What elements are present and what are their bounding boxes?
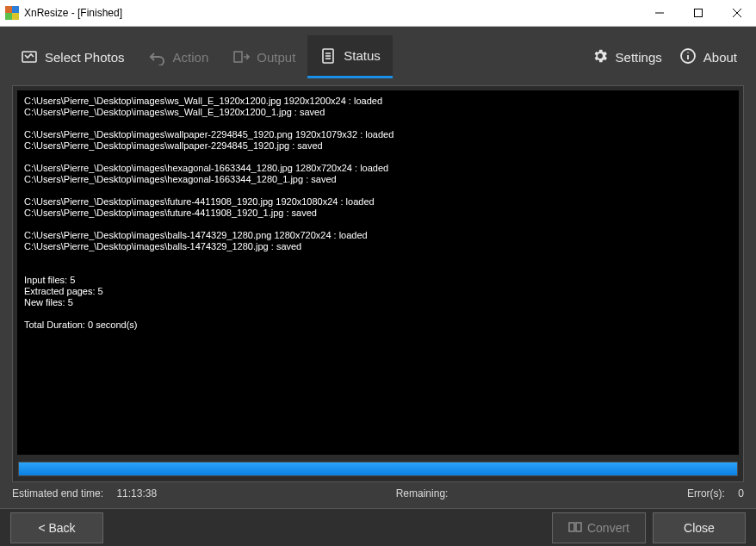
tab-status[interactable]: Status — [307, 35, 393, 78]
svg-rect-5 — [694, 9, 702, 17]
tab-action[interactable]: Action — [137, 35, 221, 78]
log-line: New files: 5 — [24, 297, 732, 308]
errors-label: Error(s): — [687, 487, 725, 499]
log-line: C:\Users\Pierre_\Desktop\images\ws_Wall_… — [24, 96, 732, 107]
log-line: C:\Users\Pierre_\Desktop\images\wallpape… — [24, 129, 732, 140]
log-panel: C:\Users\Pierre_\Desktop\images\ws_Wall_… — [12, 85, 744, 482]
log-line: C:\Users\Pierre_\Desktop\images\future-4… — [24, 208, 732, 219]
tab-label: Output — [257, 50, 295, 65]
back-label: < Back — [38, 521, 75, 535]
svg-rect-9 — [234, 52, 242, 62]
info-icon — [679, 47, 697, 67]
status-bar: Estimated end time: 11:13:38 Remaining: … — [0, 482, 756, 508]
log-line: C:\Users\Pierre_\Desktop\images\ws_Wall_… — [24, 107, 732, 118]
svg-point-16 — [687, 52, 689, 53]
close-button[interactable]: Close — [653, 512, 746, 543]
app-icon — [5, 6, 19, 20]
log-line: C:\Users\Pierre_\Desktop\images\hexagona… — [24, 163, 732, 174]
log-line: C:\Users\Pierre_\Desktop\images\future-4… — [24, 196, 732, 208]
about-button[interactable]: About — [679, 47, 737, 67]
tab-bar: Select Photos Action Output — [0, 27, 756, 78]
close-label: Close — [684, 521, 715, 535]
undo-icon — [149, 48, 166, 65]
gear-icon — [592, 47, 609, 67]
back-button[interactable]: < Back — [10, 512, 103, 543]
svg-rect-0 — [5, 6, 12, 13]
window-title-bar: XnResize - [Finished] — [0, 0, 756, 27]
log-line: Total Duration: 0 second(s) — [24, 320, 732, 331]
log-line: Extracted pages: 5 — [24, 286, 732, 297]
svg-rect-3 — [12, 13, 19, 20]
log-line: C:\Users\Pierre_\Desktop\images\wallpape… — [24, 140, 732, 152]
estimated-end-value: 11:13:38 — [116, 487, 157, 499]
convert-icon — [568, 521, 582, 536]
status-icon — [319, 47, 337, 65]
svg-rect-17 — [569, 523, 574, 531]
log-line: C:\Users\Pierre_\Desktop\images\balls-14… — [24, 230, 732, 241]
settings-button[interactable]: Settings — [592, 47, 662, 67]
log-line: C:\Users\Pierre_\Desktop\images\balls-14… — [24, 241, 732, 252]
log-line: Input files: 5 — [24, 275, 732, 286]
remaining-label: Remaining: — [396, 487, 449, 499]
settings-label: Settings — [616, 50, 662, 65]
tab-label: Select Photos — [45, 50, 125, 65]
window-close-button[interactable] — [717, 0, 756, 26]
select-photos-icon — [21, 48, 38, 65]
window-maximize-button[interactable] — [679, 0, 717, 26]
estimated-end-label: Estimated end time: — [12, 487, 103, 499]
tab-label: Action — [173, 50, 209, 65]
bottom-button-bar: < Back Convert Close — [0, 508, 756, 546]
convert-label: Convert — [587, 521, 629, 535]
tab-label: Status — [344, 48, 381, 63]
progress-bar — [18, 462, 738, 476]
tab-select-photos[interactable]: Select Photos — [9, 35, 137, 78]
log-line: C:\Users\Pierre_\Desktop\images\hexagona… — [24, 174, 732, 185]
svg-rect-1 — [12, 6, 19, 13]
convert-button: Convert — [552, 512, 646, 543]
svg-rect-2 — [5, 13, 12, 20]
output-icon — [232, 48, 250, 65]
about-label: About — [703, 50, 737, 65]
tab-output[interactable]: Output — [220, 35, 307, 78]
errors-value: 0 — [738, 487, 744, 499]
svg-rect-18 — [576, 523, 581, 531]
window-minimize-button[interactable] — [640, 0, 679, 26]
window-title: XnResize - [Finished] — [24, 7, 122, 19]
log-textarea[interactable]: C:\Users\Pierre_\Desktop\images\ws_Wall_… — [17, 90, 739, 455]
